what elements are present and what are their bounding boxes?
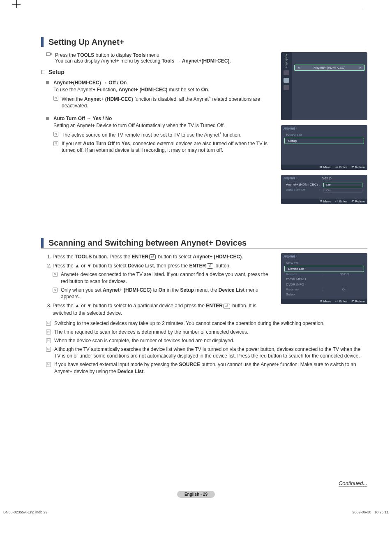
enter-hint: ⏎ Enter (335, 300, 347, 303)
step-3: Press the ▲ or ▼ button to select to a p… (53, 302, 273, 317)
section-setup-anynet: Setting Up Anynet+ Press the TOOLS butto… (41, 37, 367, 209)
osd-kv-selected: Anynet+ (HDMI-CEC):Off (283, 182, 366, 188)
osd-side-label: Application (285, 54, 288, 68)
note-icon: N (53, 141, 58, 146)
osd-footer: ⬍ Move ⏎ Enter ↶ Return (281, 165, 367, 170)
osd-footer: ⬍ Move ⏎ Enter ↶ Return (281, 299, 367, 304)
return-hint: ↶ Return (351, 300, 365, 303)
note-icon: N (53, 272, 58, 277)
osd-row-selected: Setup (284, 138, 364, 144)
enter-icon: ⏎ (149, 254, 156, 260)
osd-kv: Auto Turn Off:On (283, 188, 366, 193)
step-2: Press the ▲ or ▼ button to select Device… (53, 262, 273, 300)
note-icon: N (53, 132, 58, 137)
checkbox-icon (41, 70, 45, 74)
note-icon: N (53, 96, 58, 101)
return-hint: ↶ Return (351, 165, 365, 169)
move-hint: ⬍ Move (320, 165, 332, 169)
print-metadata: BN68-02355A-Eng.indb 29 2009-06-30 10:26… (0, 510, 392, 514)
osd-kv: Receiver:On (283, 287, 366, 292)
step-1: Press the TOOLS button. Press the ENTER⏎… (53, 253, 273, 260)
osd-row: DVDR INFO (283, 282, 366, 287)
section-title: Setting Up Anynet+ (48, 37, 124, 47)
setting-auto-turn-off: Auto Turn Off → Yes / No Setting an Anyn… (46, 115, 273, 154)
note-icon: N (46, 347, 51, 352)
osd-row: Device List (283, 132, 366, 138)
move-hint: ⬍ Move (320, 200, 332, 203)
osd-icon (284, 85, 289, 90)
osd-device-list: Anynet+ View TV Device List Record:DVDR … (281, 253, 367, 304)
osd-anynet-menu: Anynet+ Device List Setup ⬍ Move ⏎ Enter… (281, 125, 367, 170)
tools-tip: Press the TOOLS button to display Tools … (46, 52, 273, 64)
osd-row-selected: Device List (284, 266, 364, 272)
osd-icon-selected (284, 78, 289, 83)
note-icon: N (46, 330, 51, 334)
continued-label: Continued... (339, 480, 367, 487)
section-title: Scanning and Switching between Anynet+ D… (48, 238, 247, 248)
section-scanning: Scanning and Switching between Anynet+ D… (41, 238, 367, 375)
note-icon: N (46, 321, 51, 326)
note-icon: N (46, 362, 51, 367)
enter-icon: ⏎ (207, 263, 213, 269)
osd-footer: ⬍ Move ⏎ Enter ↶ Return (281, 199, 367, 204)
enter-hint: ⏎ Enter (335, 200, 347, 203)
enter-hint: ⏎ Enter (335, 165, 347, 169)
osd-row: Setup (283, 292, 366, 297)
osd-selected-row: ◄ Anynet+ (HDMI-CEC) ► (294, 65, 365, 71)
return-hint: ↶ Return (351, 200, 365, 203)
enter-icon: ⏎ (224, 304, 230, 309)
osd-title: Setup (313, 175, 340, 181)
note-icon: N (46, 338, 51, 343)
osd-row: DVDR MENU (283, 276, 366, 282)
manual-page: Setting Up Anynet+ Press the TOOLS butto… (0, 0, 392, 527)
move-hint: ⬍ Move (320, 300, 332, 303)
sub-heading-setup: Setup (41, 69, 273, 75)
section-accent-bar (41, 238, 44, 248)
section-accent-bar (41, 37, 44, 47)
osd-row: View TV (283, 260, 366, 266)
bullet-icon (46, 81, 49, 84)
setting-anynet-cec: Anynet+(HDMI-CEC) → Off / On To use the … (46, 79, 273, 109)
page-number-pill: English - 29 (177, 491, 215, 498)
steps-list: Press the TOOLS button. Press the ENTER⏎… (47, 253, 273, 317)
osd-title: Anynet+ (281, 253, 367, 260)
svg-rect-0 (46, 53, 50, 56)
osd-setup-menu: Anynet+ Setup Anynet+ (HDMI-CEC):Off Aut… (281, 175, 367, 204)
osd-icon (284, 70, 289, 75)
bullet-icon (46, 117, 49, 120)
note-icon: N (53, 288, 58, 293)
osd-brand: Anynet+ (281, 175, 313, 181)
osd-kv: Record:DVDR (283, 272, 366, 276)
tools-icon (46, 52, 52, 57)
osd-title: Anynet+ (281, 125, 367, 132)
osd-application-menu: Application ◄ Anynet+ (HDMI-CEC) ► (281, 52, 367, 120)
